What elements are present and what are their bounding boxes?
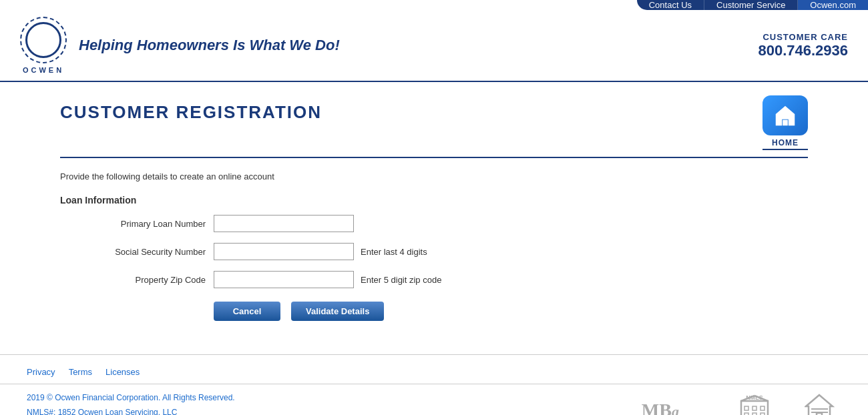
- zip-hint: Enter 5 digit zip code: [361, 275, 441, 285]
- svg-rect-0: [783, 120, 788, 126]
- terms-link[interactable]: Terms: [69, 367, 92, 377]
- logo: OCWEN: [20, 17, 67, 74]
- button-row: Cancel Validate Details: [214, 302, 808, 321]
- customer-service-link[interactable]: Customer Service: [704, 0, 798, 10]
- mba-logo: MBa MORTGAGE BANKERS ASSOCIATION: [609, 401, 711, 415]
- equal-housing-logo: EQUAL HOUSINGOPPORTUNITY: [798, 393, 841, 415]
- cancel-button[interactable]: Cancel: [214, 302, 280, 321]
- loan-info-form: Primary Loan Number Social Security Numb…: [80, 215, 808, 288]
- home-icon-box: [763, 95, 808, 135]
- equal-housing-icon: [805, 393, 835, 415]
- home-underline: [763, 149, 808, 150]
- home-icon: [773, 103, 798, 128]
- logo-circle-inner: [25, 22, 61, 58]
- ssn-row: Social Security Number Enter last 4 digi…: [80, 243, 808, 260]
- zip-row: Property Zip Code Enter 5 digit zip code: [80, 271, 808, 288]
- primary-loan-label: Primary Loan Number: [80, 219, 214, 229]
- validate-button[interactable]: Validate Details: [291, 302, 384, 321]
- privacy-link[interactable]: Privacy: [27, 367, 55, 377]
- home-label: HOME: [772, 138, 799, 147]
- customer-care-phone: 800.746.2936: [758, 42, 848, 59]
- zip-input[interactable]: [214, 271, 354, 288]
- ssn-label: Social Security Number: [80, 247, 214, 257]
- nmls1-text: NMLS#: 1852 Ocwen Loan Servicing, LLC: [27, 406, 235, 415]
- ssn-hint: Enter last 4 digits: [361, 247, 427, 257]
- footer-copyright: 2019 © Ocwen Financial Corporation. All …: [27, 391, 235, 415]
- copyright-text: 2019 © Ocwen Financial Corporation. All …: [27, 391, 235, 406]
- page-title: CUSTOMER REGISTRATION: [60, 95, 322, 123]
- primary-loan-input[interactable]: [214, 215, 354, 232]
- page-subtitle: Provide the following details to create …: [60, 171, 808, 181]
- svg-text:NMLS: NMLS: [746, 394, 764, 401]
- ocwen-com-link[interactable]: Ocwen.com: [798, 0, 868, 10]
- licenses-link[interactable]: Licenses: [105, 367, 140, 377]
- page-header: CUSTOMER REGISTRATION HOME: [60, 95, 808, 158]
- logo-circle: [20, 17, 67, 63]
- footer-links: Privacy Terms Licenses: [0, 354, 868, 384]
- top-nav-wrapper: Contact Us Customer Service Ocwen.com: [0, 0, 868, 10]
- svg-rect-3: [752, 406, 756, 410]
- site-header: OCWEN Helping Homeowners Is What We Do! …: [0, 10, 868, 82]
- footer-bottom: 2019 © Ocwen Financial Corporation. All …: [0, 384, 868, 415]
- zip-label: Property Zip Code: [80, 275, 214, 285]
- nmls-logo: NMLS consumer access: [731, 394, 778, 415]
- section-title: Loan Information: [60, 195, 808, 205]
- header-left: OCWEN Helping Homeowners Is What We Do!: [20, 17, 340, 74]
- primary-loan-row: Primary Loan Number: [80, 215, 808, 232]
- logo-text: OCWEN: [23, 66, 64, 74]
- nmls-icon: NMLS: [738, 394, 771, 415]
- customer-care-label: CUSTOMER CARE: [758, 32, 848, 42]
- ssn-input[interactable]: [214, 243, 354, 260]
- svg-rect-2: [744, 406, 748, 410]
- tagline: Helping Homeowners Is What We Do!: [79, 37, 340, 54]
- main-content: CUSTOMER REGISTRATION HOME Provide the f…: [33, 82, 835, 334]
- contact-us-link[interactable]: Contact Us: [637, 0, 704, 10]
- mba-title: MBa: [609, 401, 711, 415]
- top-nav: Contact Us Customer Service Ocwen.com: [637, 0, 868, 10]
- customer-care: CUSTOMER CARE 800.746.2936: [758, 32, 848, 59]
- svg-rect-4: [761, 406, 765, 410]
- home-button[interactable]: HOME: [763, 95, 808, 150]
- footer-logos: MBa MORTGAGE BANKERS ASSOCIATION NMLS co…: [609, 393, 841, 415]
